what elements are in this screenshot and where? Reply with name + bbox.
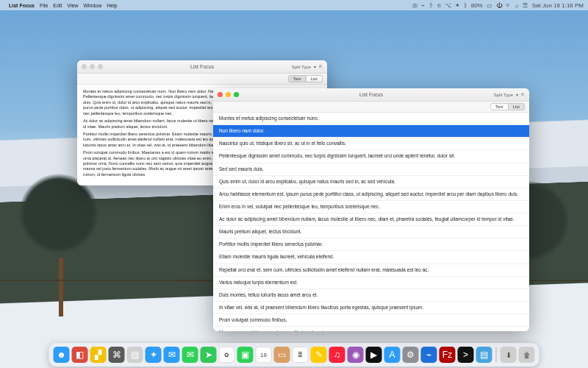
list-item[interactable]: In vitae vel, wisi at, id praesent biben…	[213, 302, 529, 314]
power-icon[interactable]: ⏻	[496, 2, 502, 9]
menubar: List Focus File Edit View Window Help ◎ …	[0, 0, 588, 10]
spotlight-icon[interactable]: ⌕	[515, 2, 519, 9]
app-menu[interactable]: List Focus	[9, 3, 35, 8]
dock-app-mail[interactable]: ✉	[164, 347, 180, 363]
window-title: List Focus	[77, 64, 327, 69]
tab-list[interactable]: List	[306, 75, 323, 82]
wifi-icon[interactable]: ᯤ	[506, 2, 512, 9]
dock-app-settings[interactable]: ⚙	[403, 347, 419, 363]
dock-app-finder[interactable]: ☻	[54, 347, 70, 363]
clock[interactable]: Sat Jun 18 1:16 PM	[532, 2, 584, 9]
dock-app-music[interactable]: ♫	[329, 347, 345, 363]
dock-app-terminal[interactable]: >	[458, 347, 474, 363]
menu-help[interactable]: Help	[107, 3, 117, 8]
dock-app-reminders[interactable]: ≣	[293, 347, 309, 363]
dock: ☻◧▞⌘▤✦✉✉➤✿▣18▭≣✎♫◉▶A⚙⌁Fz>▤⬇🗑	[49, 343, 539, 367]
list-item[interactable]: Montes et metus adipiscing consectetuer …	[213, 113, 529, 125]
dock-app-tv[interactable]: ▶	[366, 347, 382, 363]
toolbar-action-icon[interactable]: ⇱	[319, 64, 323, 69]
dock-downloads[interactable]: ⬇	[501, 347, 517, 363]
dock-app-photos[interactable]: ✿	[219, 347, 235, 363]
window-front[interactable]: List Focus Split Type ▾ ⇱ Text List Mont…	[213, 88, 529, 331]
list-item[interactable]: Quis enim ut, dolor id arcu explicabo, q…	[213, 176, 529, 188]
list-item[interactable]: Proin volutpat commodo finibus.	[213, 314, 529, 327]
dock-app-preview[interactable]: ▤	[476, 347, 492, 363]
control-center-icon[interactable]: ☰	[523, 2, 528, 9]
list-item[interactable]: Repellat orci erat et, sem cum, ultricie…	[213, 264, 529, 277]
list-item[interactable]: Sed sed mauris duis.	[213, 163, 529, 176]
menu-file[interactable]: File	[40, 3, 48, 8]
status-icon[interactable]: ⌁	[421, 2, 425, 9]
dock-app-messages[interactable]: ✉	[182, 347, 198, 363]
tab-text[interactable]: Text	[288, 75, 306, 82]
list-item[interactable]: Ac dolor ac adipiscing amet bibendum nul…	[213, 213, 529, 226]
tab-list[interactable]: List	[509, 103, 525, 110]
dock-app-podcasts[interactable]: ◉	[348, 347, 364, 363]
list-item[interactable]: Varius natoque turpis elementum est.	[213, 277, 529, 289]
dock-app-app-4[interactable]: ▤	[127, 347, 143, 363]
bluetooth-icon[interactable]: ᛒ	[464, 2, 467, 9]
window-title: List Focus	[213, 92, 529, 97]
dock-app-app-3[interactable]: ⌘	[109, 347, 125, 363]
dock-app-safari[interactable]: ✦	[146, 347, 162, 363]
view-toolbar: Text List	[213, 102, 529, 113]
titlebar[interactable]: List Focus Split Type ▾ ⇱	[77, 60, 327, 74]
list-item[interactable]: Enim eros in vel, volutpat nec pellentes…	[213, 201, 529, 213]
list-item[interactable]: Pellentesque dignissim amet commodo, nec…	[213, 150, 529, 163]
dock-app-contacts[interactable]: ▭	[274, 347, 290, 363]
menu-window[interactable]: Window	[83, 3, 101, 8]
wallpaper-detail	[59, 258, 63, 316]
toolbar-action-icon[interactable]: ⇱	[521, 92, 525, 97]
view-toolbar: Text List	[77, 74, 327, 85]
status-icon[interactable]: ⎋	[437, 2, 441, 9]
battery-percent: 80%	[471, 2, 483, 9]
list-item[interactable]: Nascetur quis ut, tristique libero sit, …	[213, 138, 529, 150]
list-item[interactable]: Mauris pretium aliquet, lectus tincidunt…	[213, 226, 529, 238]
dock-app-app-1[interactable]: ◧	[72, 347, 88, 363]
split-type-dropdown[interactable]: ▾	[516, 92, 518, 97]
list-item[interactable]: Arcu habitasse elementum est, ipsum puru…	[213, 188, 529, 201]
titlebar[interactable]: List Focus Split Type ▾ ⇱	[213, 88, 529, 102]
status-icon[interactable]: ◎	[412, 2, 417, 9]
dock-app-app-2[interactable]: ▞	[90, 347, 107, 363]
list-item[interactable]: Duis montes, tellus lobortis lacus amet …	[213, 289, 529, 302]
status-icon[interactable]: ⇪	[429, 2, 434, 9]
dock-app-filezilla[interactable]: Fz	[440, 347, 456, 363]
dock-trash[interactable]: 🗑	[519, 347, 535, 363]
status-icon[interactable]: ⌥	[445, 2, 451, 9]
dock-app-vscode[interactable]: ⌁	[421, 347, 437, 363]
dock-app-facetime[interactable]: ▣	[237, 347, 254, 363]
dock-app-notes[interactable]: ✎	[311, 347, 327, 363]
battery-icon[interactable]: ▭	[487, 2, 492, 9]
menu-edit[interactable]: Edit	[53, 3, 62, 8]
list-item[interactable]: Etiam molestie mauris ligula laoreet, ve…	[213, 251, 529, 263]
dock-app-maps[interactable]: ➤	[201, 347, 217, 363]
dock-separator	[496, 347, 497, 362]
dock-app-calendar[interactable]: 18	[256, 347, 272, 363]
status-icon[interactable]: ✶	[455, 2, 460, 9]
list-body[interactable]: Montes et metus adipiscing consectetuer …	[213, 113, 529, 331]
split-type-dropdown[interactable]: ▾	[314, 64, 316, 69]
split-type-label: Split Type	[292, 65, 311, 69]
menu-view[interactable]: View	[67, 3, 78, 8]
tab-text[interactable]: Text	[490, 103, 509, 110]
list-item[interactable]: Porttitor mollis imperdiet libero senect…	[213, 238, 529, 251]
split-type-label: Split Type	[494, 93, 513, 97]
dock-app-appstore[interactable]: A	[384, 347, 401, 363]
list-item[interactable]: Maecenas a est id quam rutrum mattis in …	[213, 327, 529, 331]
list-item[interactable]: Non libero nam dolor.	[213, 125, 529, 138]
